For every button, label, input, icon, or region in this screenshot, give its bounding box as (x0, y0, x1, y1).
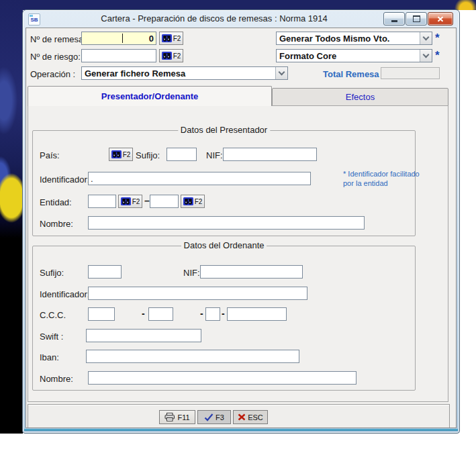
screen: SB Cartera - Preparación de discos de re… (0, 0, 476, 451)
binoculars-icon (111, 150, 122, 158)
footer-bar: F11 F3 ESC (28, 404, 450, 428)
pais-label: País: (40, 150, 60, 160)
print-button[interactable]: F11 (159, 410, 195, 424)
titlebar[interactable]: SB Cartera - Preparación de discos de re… (23, 10, 459, 28)
presentador-identificador-label: Identificador: (40, 174, 89, 185)
swift-label: Swift : (40, 332, 63, 342)
maximize-icon (413, 15, 420, 22)
riesgo-input[interactable] (81, 49, 156, 62)
total-remesa-label: Total Remesa : (323, 69, 385, 79)
confirm-button-label: F3 (216, 413, 224, 421)
presentador-groupbox: Datos del Presentador País: F2 Sufijo: N… (32, 130, 416, 236)
minimize-button[interactable] (383, 12, 405, 26)
operacion-label: Operación : (30, 69, 75, 79)
tab-efectos[interactable]: Efectos (272, 88, 448, 106)
remesa-lookup-button[interactable]: F2 (159, 32, 183, 45)
formato-value: Formato Core (277, 51, 420, 61)
minimize-icon (391, 20, 397, 22)
pais-lookup-button[interactable]: F2 (109, 148, 133, 161)
identificador-note-line1: * Identificador facilitado (343, 170, 420, 178)
print-button-label: F11 (177, 413, 189, 421)
chevron-down-icon[interactable] (420, 32, 432, 44)
required-marker: * (435, 49, 440, 62)
text-cursor (122, 34, 123, 43)
maximize-button[interactable] (406, 12, 427, 26)
close-button[interactable] (428, 12, 453, 26)
riesgo-lookup-button[interactable]: F2 (159, 49, 183, 62)
window-bottom-accent (24, 429, 458, 431)
presentador-nombre-label: Nombre: (40, 219, 73, 229)
remesa-label: Nº de remesa: (30, 34, 86, 44)
identificador-note-line2: por la entidad (343, 179, 388, 187)
entidad-lookup-button-1[interactable]: F2 (118, 195, 142, 208)
operacion-select[interactable]: Generar fichero Remesa (81, 66, 288, 80)
separator-dash: - (200, 308, 203, 319)
entidad-label: Entidad: (40, 197, 72, 207)
cancel-button[interactable]: ESC (233, 410, 268, 424)
chevron-down-icon[interactable] (420, 50, 432, 62)
swift-input[interactable] (86, 329, 201, 342)
presentador-sufijo-label: Sufijo: (136, 150, 160, 160)
ordenante-sufijo-label: Sufijo: (40, 268, 64, 278)
entidad-input-2[interactable] (150, 195, 179, 208)
ordenante-identificador-label: Identificador: (40, 289, 89, 299)
vencimiento-select[interactable]: Generar Todos Mismo Vto. (276, 32, 432, 45)
cancel-button-label: ESC (248, 413, 263, 421)
entidad-lookup-button-2[interactable]: F2 (181, 195, 205, 208)
separator-dash: - (222, 308, 225, 319)
app-logo-text: SB (30, 17, 38, 23)
wallpaper-left-band (0, 0, 23, 434)
close-icon (437, 16, 444, 22)
remesa-input[interactable] (81, 32, 156, 45)
f2-label: F2 (132, 198, 140, 205)
f2-label: F2 (123, 151, 131, 158)
app-window: SB Cartera - Preparación de discos de re… (22, 9, 460, 434)
binoculars-icon (121, 197, 131, 205)
separator-dash: – (144, 195, 150, 206)
confirm-button[interactable]: F3 (197, 410, 231, 424)
iban-input[interactable] (86, 350, 299, 363)
tab-label: Presentador/Ordenante (101, 91, 199, 101)
ordenante-group-title: Datos del Ordenante (181, 240, 267, 250)
presentador-nombre-input[interactable] (88, 216, 365, 230)
vencimiento-value: Generar Todos Mismo Vto. (277, 34, 420, 44)
window-title: Cartera - Preparación de discos de remes… (50, 13, 379, 23)
ordenante-identificador-input[interactable] (88, 287, 307, 300)
ccc-label: C.C.C. (40, 310, 66, 320)
entidad-input-1[interactable] (88, 195, 116, 208)
binoculars-icon (183, 197, 193, 205)
printer-icon (164, 413, 175, 421)
ccc-input-3[interactable] (205, 307, 220, 321)
ordenante-sufijo-input[interactable] (88, 265, 122, 279)
operacion-value: Generar fichero Remesa (82, 68, 275, 79)
presentador-nif-input[interactable] (223, 148, 317, 161)
presentador-identificador-input[interactable] (88, 172, 311, 185)
binoculars-icon (162, 52, 172, 60)
chevron-down-icon[interactable] (275, 67, 287, 79)
required-marker: * (435, 32, 440, 45)
presentador-nif-label: NIF: (206, 150, 223, 160)
f2-label: F2 (173, 35, 181, 42)
f2-label: F2 (195, 198, 203, 205)
wallpaper-top-band (0, 0, 476, 10)
client-area: Nº de remesa: F2 Generar Todos Mismo Vto… (26, 28, 457, 428)
ccc-input-1[interactable] (88, 307, 115, 321)
check-icon (204, 413, 213, 421)
separator-dash: - (142, 308, 145, 319)
app-logo-icon: SB (28, 13, 40, 26)
ordenante-nombre-input[interactable] (88, 371, 356, 385)
cross-icon (238, 413, 246, 421)
tab-presentador-ordenante[interactable]: Presentador/Ordenante (28, 86, 272, 106)
formato-select[interactable]: Formato Core (276, 49, 432, 62)
ordenante-nif-input[interactable] (200, 265, 303, 279)
total-remesa-field (381, 67, 440, 79)
presentador-sufijo-input[interactable] (166, 148, 197, 161)
presentador-group-title: Datos del Presentador (178, 125, 270, 135)
iban-label: Iban: (40, 352, 59, 362)
ccc-input-2[interactable] (148, 307, 173, 321)
riesgo-label: Nº de riesgo: (30, 52, 81, 62)
ordenante-nif-label: NIF: (183, 268, 200, 278)
caption-buttons (383, 12, 453, 26)
ordenante-nombre-label: Nombre: (40, 374, 73, 384)
ccc-input-4[interactable] (227, 307, 287, 321)
